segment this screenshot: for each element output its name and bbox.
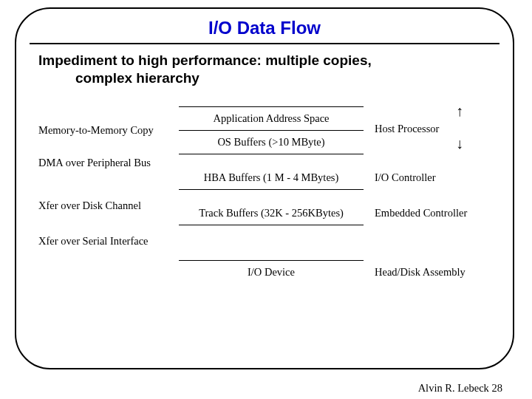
right-head-disk-assembly: Head/Disk Assembly xyxy=(375,266,466,279)
slide-subtitle: Impediment to high performance: multiple… xyxy=(38,52,491,87)
subtitle-line-2: complex hierarchy xyxy=(38,69,491,87)
left-mem-to-mem: Memory-to-Memory Copy xyxy=(38,124,154,137)
stack-line xyxy=(179,260,364,261)
left-disk-channel: Xfer over Disk Channel xyxy=(38,200,141,212)
center-os-buffers: OS Buffers (>10 MByte) xyxy=(179,136,364,149)
arrow-up-icon: ↑ xyxy=(456,103,463,118)
center-app-address-space: Application Address Space xyxy=(179,112,364,125)
right-embedded-controller: Embedded Controller xyxy=(375,207,467,219)
left-serial-interface: Xfer over Serial Interface xyxy=(38,235,149,248)
footer-page-number: 28 xyxy=(492,382,503,394)
left-dma: DMA over Peripheral Bus xyxy=(38,157,151,169)
center-hba-buffers: HBA Buffers (1 M - 4 MBytes) xyxy=(179,171,364,184)
center-track-buffers: Track Buffers (32K - 256KBytes) xyxy=(179,207,364,219)
right-io-controller: I/O Controller xyxy=(375,171,436,184)
stack-line xyxy=(179,130,364,131)
right-host-processor: Host Processor xyxy=(375,123,439,135)
slide-title: I/O Data Flow xyxy=(16,18,513,38)
arrow-down-icon: ↓ xyxy=(456,136,463,151)
stack-line xyxy=(179,154,364,154)
footer-author: Alvin R. Lebeck xyxy=(418,382,492,394)
stack-line xyxy=(179,189,364,190)
stack-line xyxy=(179,225,364,225)
title-divider xyxy=(30,43,499,44)
center-io-device: I/O Device xyxy=(179,266,364,279)
io-data-flow-diagram: Application Address Space OS Buffers (>1… xyxy=(38,100,491,322)
subtitle-line-1: Impediment to high performance: multiple… xyxy=(38,52,372,68)
slide-footer: Alvin R. Lebeck 28 xyxy=(418,382,502,395)
slide-frame: I/O Data Flow Impediment to high perform… xyxy=(15,7,514,369)
stack-line xyxy=(179,106,364,107)
